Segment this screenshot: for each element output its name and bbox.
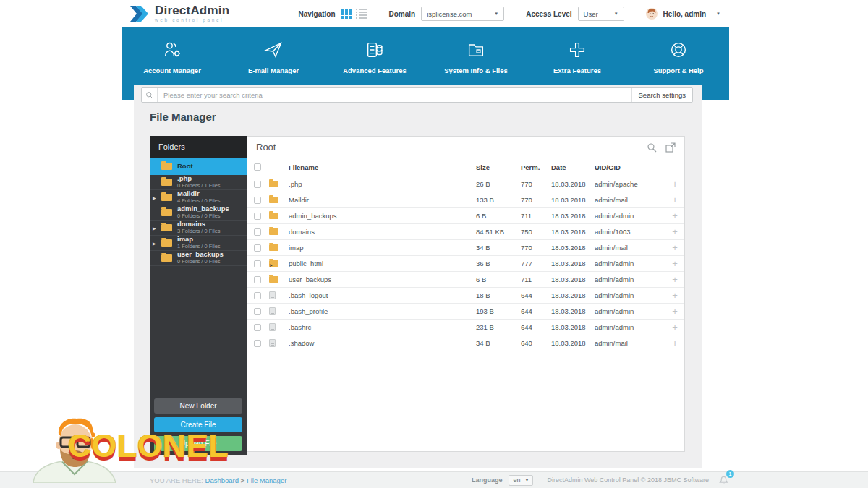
expand-arrow-icon[interactable]: ▶ bbox=[153, 226, 156, 231]
table-row[interactable]: .shadow 34 B 640 18.03.2018 admin/mail + bbox=[247, 335, 684, 351]
row-actions-button[interactable]: + bbox=[665, 322, 684, 333]
access-level-select[interactable]: User ▼ bbox=[578, 7, 624, 21]
avatar[interactable] bbox=[646, 8, 658, 20]
row-checkbox[interactable] bbox=[254, 197, 261, 204]
file-name[interactable]: public_html bbox=[289, 260, 476, 267]
table-row[interactable]: admin_backups 6 B 711 18.03.2018 admin/a… bbox=[247, 208, 684, 224]
file-name[interactable]: .bashrc bbox=[289, 323, 476, 331]
column-uidgid[interactable]: UID/GID bbox=[595, 163, 665, 171]
tree-item-user-backups[interactable]: user_backups 0 Folders / 0 Files bbox=[150, 251, 247, 266]
notification-bell-icon[interactable]: 1 bbox=[718, 474, 729, 487]
table-row[interactable]: .bashrc 231 B 644 18.03.2018 admin/admin… bbox=[247, 320, 684, 335]
file-uidgid: admin/admin bbox=[595, 291, 665, 299]
file-uidgid: admin/mail bbox=[595, 244, 665, 252]
file-perm: 640 bbox=[521, 339, 551, 347]
tree-item-admin-backups[interactable]: admin_backups 0 Folders / 0 Files bbox=[150, 205, 247, 221]
expand-arrow-icon[interactable]: ▶ bbox=[153, 241, 156, 246]
row-actions-button[interactable]: + bbox=[665, 242, 684, 253]
file-name[interactable]: .shadow bbox=[289, 339, 476, 347]
breadcrumb-file-manager-link[interactable]: File Manager bbox=[247, 476, 286, 484]
row-actions-button[interactable]: + bbox=[665, 226, 684, 237]
notification-badge: 1 bbox=[726, 470, 734, 478]
file-name[interactable]: .php bbox=[289, 180, 476, 188]
symlink-folder-icon bbox=[269, 260, 278, 267]
file-perm: 770 bbox=[521, 180, 551, 188]
access-level-value: User bbox=[584, 10, 598, 18]
row-actions-button[interactable]: + bbox=[665, 210, 684, 221]
tree-item-info: 3 Folders / 0 Files bbox=[177, 228, 221, 235]
row-actions-button[interactable]: + bbox=[665, 179, 684, 189]
table-row[interactable]: domains 84.51 KB 750 18.03.2018 admin/10… bbox=[247, 224, 684, 240]
plus-icon bbox=[567, 39, 587, 61]
file-date: 18.03.2018 bbox=[551, 212, 595, 220]
domain-value: isplicense.com bbox=[427, 10, 472, 18]
tree-item-imap[interactable]: ▶ imap 1 Folders / 0 Files bbox=[150, 236, 247, 251]
file-name[interactable]: imap bbox=[289, 244, 476, 252]
table-row[interactable]: public_html 36 B 777 18.03.2018 admin/ad… bbox=[247, 256, 684, 272]
create-file-button[interactable]: Create File bbox=[154, 417, 242, 432]
select-all-checkbox[interactable] bbox=[254, 163, 261, 171]
language-select[interactable]: en ▼ bbox=[509, 475, 533, 486]
table-row[interactable]: Maildir 133 B 770 18.03.2018 admin/mail … bbox=[247, 192, 684, 208]
row-checkbox[interactable] bbox=[254, 340, 261, 347]
file-name[interactable]: Maildir bbox=[289, 196, 476, 204]
file-date: 18.03.2018 bbox=[551, 275, 595, 283]
search-icon[interactable] bbox=[647, 142, 657, 153]
row-checkbox[interactable] bbox=[254, 276, 261, 283]
column-perm[interactable]: Perm. bbox=[521, 163, 551, 171]
tree-item-root[interactable]: Root bbox=[150, 158, 247, 175]
row-checkbox[interactable] bbox=[254, 213, 261, 220]
column-date[interactable]: Date bbox=[551, 163, 595, 171]
breadcrumb-dashboard-link[interactable]: Dashboard bbox=[205, 476, 239, 484]
file-size: 26 B bbox=[476, 180, 521, 188]
row-checkbox[interactable] bbox=[254, 244, 261, 252]
navigation-label: Navigation bbox=[298, 10, 335, 18]
expand-icon[interactable] bbox=[665, 142, 676, 153]
tree-item-domains[interactable]: ▶ domains 3 Folders / 0 Files bbox=[150, 221, 247, 236]
row-actions-button[interactable]: + bbox=[665, 338, 684, 348]
row-actions-button[interactable]: + bbox=[665, 290, 684, 301]
folder-icon bbox=[466, 39, 486, 61]
list-view-icon[interactable] bbox=[359, 9, 367, 19]
row-checkbox[interactable] bbox=[254, 292, 261, 299]
file-name[interactable]: admin_backups bbox=[289, 212, 476, 220]
search-settings-button[interactable]: Search settings bbox=[631, 88, 692, 102]
table-row[interactable]: .bash_profile 193 B 644 18.03.2018 admin… bbox=[247, 304, 684, 320]
greeting-text[interactable]: Hello, admin bbox=[663, 10, 706, 18]
file-name[interactable]: domains bbox=[289, 228, 476, 236]
tree-item-info: 0 Folders / 1 Files bbox=[177, 183, 221, 189]
file-name[interactable]: user_backups bbox=[289, 275, 476, 283]
grid-view-icon[interactable] bbox=[341, 9, 352, 19]
paper-plane-icon bbox=[263, 39, 284, 61]
row-actions-button[interactable]: + bbox=[665, 306, 684, 317]
row-actions-button[interactable]: + bbox=[665, 274, 684, 285]
column-size[interactable]: Size bbox=[476, 163, 521, 171]
table-row[interactable]: .bash_logout 18 B 644 18.03.2018 admin/a… bbox=[247, 288, 684, 304]
row-actions-button[interactable]: + bbox=[665, 194, 684, 205]
expand-arrow-icon[interactable]: ▶ bbox=[153, 195, 156, 200]
folders-header: Folders bbox=[150, 136, 247, 158]
tree-item-info: 1 Folders / 0 Files bbox=[177, 244, 221, 250]
table-row[interactable]: imap 34 B 770 18.03.2018 admin/mail + bbox=[247, 240, 684, 256]
upload-file-button[interactable]: Upload File bbox=[154, 436, 242, 451]
domain-select[interactable]: isplicense.com ▼ bbox=[421, 7, 504, 21]
folder-icon bbox=[269, 228, 278, 235]
directadmin-logo[interactable]: DirectAdmin web control panel bbox=[130, 4, 229, 23]
file-perm: 711 bbox=[521, 275, 551, 283]
row-checkbox[interactable] bbox=[254, 228, 261, 236]
file-name[interactable]: .bash_logout bbox=[289, 291, 476, 299]
table-row[interactable]: .php 26 B 770 18.03.2018 admin/apache + bbox=[247, 176, 684, 192]
chevron-down-icon[interactable]: ▼ bbox=[716, 12, 720, 16]
file-name[interactable]: .bash_profile bbox=[289, 307, 476, 315]
row-checkbox[interactable] bbox=[254, 181, 261, 188]
search-input[interactable] bbox=[158, 91, 631, 99]
tree-item-maildir[interactable]: ▶ Maildir 4 Folders / 0 Files bbox=[150, 190, 247, 205]
tree-item-php[interactable]: .php 0 Folders / 1 Files bbox=[150, 175, 247, 190]
row-actions-button[interactable]: + bbox=[665, 258, 684, 269]
row-checkbox[interactable] bbox=[254, 260, 261, 267]
row-checkbox[interactable] bbox=[254, 308, 261, 315]
table-row[interactable]: user_backups 6 B 711 18.03.2018 admin/ad… bbox=[247, 272, 684, 288]
column-filename[interactable]: Filename bbox=[289, 163, 476, 171]
new-folder-button[interactable]: New Folder bbox=[154, 398, 242, 414]
row-checkbox[interactable] bbox=[254, 324, 261, 331]
